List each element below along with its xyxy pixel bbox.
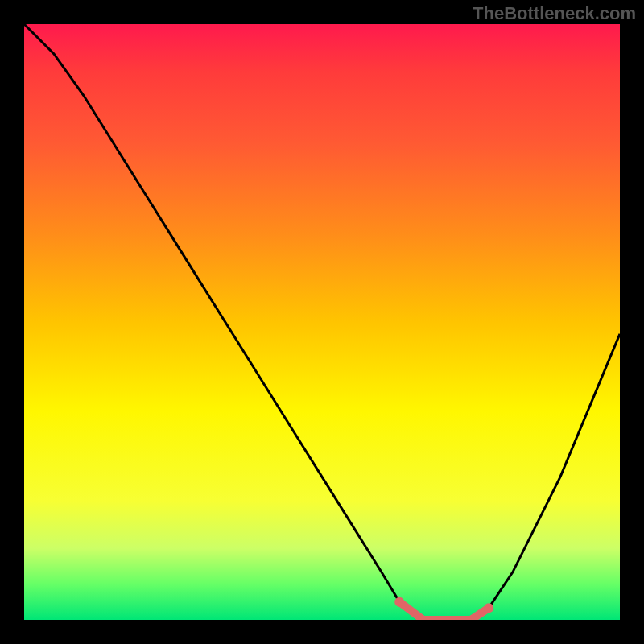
watermark-text: TheBottleneck.com (473, 3, 636, 24)
highlight-endpoint-right (484, 603, 493, 613)
bottleneck-curve-line (24, 24, 620, 620)
chart-plot-area (24, 24, 620, 620)
optimal-region-highlight (399, 602, 489, 620)
chart-svg (24, 24, 620, 620)
highlight-endpoint-left (394, 597, 404, 607)
